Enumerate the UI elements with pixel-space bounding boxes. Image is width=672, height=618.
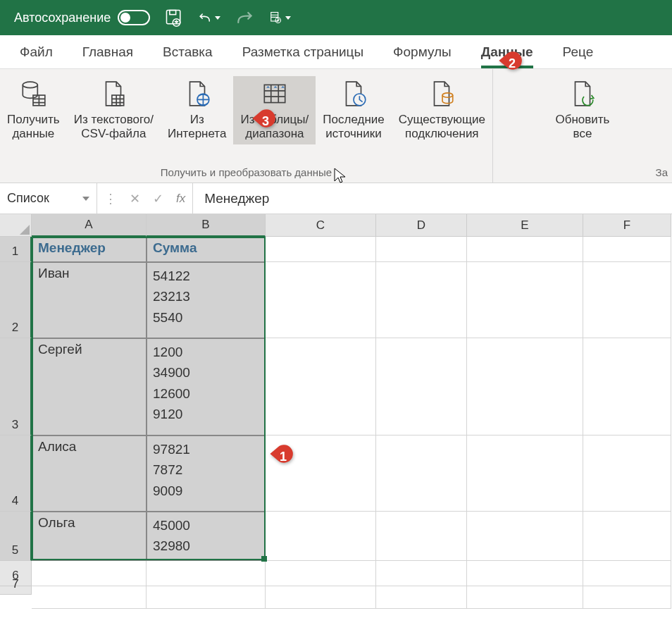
cell[interactable] <box>583 586 671 609</box>
toggle-switch-icon[interactable] <box>118 10 150 25</box>
cell[interactable]: Сергей <box>32 338 147 435</box>
cell[interactable] <box>376 512 467 561</box>
cell[interactable] <box>467 586 583 609</box>
cell[interactable]: Сумма <box>147 237 266 262</box>
tab-insert[interactable]: Вставка <box>150 37 225 68</box>
from-web-label: Из Интернета <box>168 113 226 142</box>
formula-input[interactable]: Менеджер <box>193 191 672 206</box>
enter-icon[interactable] <box>153 191 163 206</box>
svg-point-10 <box>442 93 453 97</box>
group-label-queries: За <box>656 163 672 181</box>
row-header[interactable]: 1 <box>0 237 32 262</box>
tab-review[interactable]: Реце <box>550 37 606 68</box>
cell[interactable] <box>266 512 376 561</box>
cell[interactable] <box>467 237 583 262</box>
cell[interactable] <box>376 237 467 262</box>
cell[interactable] <box>376 338 467 435</box>
cell[interactable] <box>376 586 467 609</box>
svg-rect-2 <box>271 13 278 22</box>
refresh-all-label: Обновить все <box>555 113 609 142</box>
touch-mode-icon[interactable] <box>268 6 291 29</box>
cell[interactable] <box>467 512 583 561</box>
from-text-csv-button[interactable]: Из текстового/ CSV-файла <box>67 76 161 144</box>
cell[interactable]: 54122 23213 5540 <box>147 262 266 338</box>
cell[interactable] <box>147 561 266 586</box>
existing-connections-button[interactable]: Существующие подключения <box>392 76 492 144</box>
grid-row: 7 <box>0 586 672 609</box>
cell[interactable] <box>376 561 467 586</box>
spreadsheet-grid[interactable]: ABCDEF 1МенеджерСумма2Иван54122 23213 55… <box>0 214 672 618</box>
cell[interactable]: 1200 34900 12600 9120 <box>147 338 266 435</box>
cell[interactable] <box>583 338 671 435</box>
ribbon-group-get-transform: Получить данные Из текстового/ CSV-файла… <box>0 69 493 183</box>
cell[interactable] <box>583 512 671 561</box>
cell[interactable] <box>32 561 147 586</box>
cell[interactable] <box>467 262 583 338</box>
name-box[interactable]: Список <box>0 183 97 214</box>
save-icon[interactable] <box>163 6 185 29</box>
cell[interactable] <box>583 435 671 512</box>
cell[interactable] <box>266 237 376 262</box>
redo-icon[interactable] <box>233 6 256 29</box>
cell[interactable] <box>376 262 467 338</box>
cell[interactable] <box>32 586 147 609</box>
cancel-icon[interactable] <box>130 191 140 206</box>
cell[interactable]: Иван <box>32 262 147 338</box>
tab-formulas[interactable]: Формулы <box>380 37 464 68</box>
cell[interactable] <box>266 435 376 512</box>
cell[interactable] <box>467 561 583 586</box>
cell[interactable]: Менеджер <box>32 237 147 262</box>
undo-icon[interactable] <box>198 6 220 29</box>
row-header[interactable]: 7 <box>0 586 32 595</box>
autosave-toggle[interactable]: Автосохранение <box>14 10 150 25</box>
from-text-csv-label: Из текстового/ CSV-файла <box>74 113 154 142</box>
row-header[interactable]: 3 <box>0 338 32 435</box>
cell[interactable] <box>467 435 583 512</box>
column-header[interactable]: B <box>147 214 266 237</box>
get-data-button[interactable]: Получить данные <box>0 76 67 144</box>
cell[interactable] <box>583 561 671 586</box>
refresh-all-button[interactable]: Обновить все <box>548 76 616 144</box>
cell[interactable] <box>266 561 376 586</box>
group-label-get-transform: Получить и преобразовать данные <box>161 163 332 181</box>
cell[interactable] <box>266 262 376 338</box>
row-header[interactable]: 2 <box>0 262 32 338</box>
cell[interactable] <box>266 586 376 609</box>
svg-rect-1 <box>170 11 176 15</box>
recent-sources-button[interactable]: Последние источники <box>316 76 391 144</box>
cell[interactable] <box>583 262 671 338</box>
column-header[interactable]: F <box>583 214 671 237</box>
column-header[interactable]: A <box>32 214 147 237</box>
tab-home[interactable]: Главная <box>70 37 146 68</box>
title-bar: Автосохранение <box>0 0 672 35</box>
cell[interactable]: 45000 32980 <box>147 512 266 561</box>
ribbon-tabs: Файл Главная Вставка Разметка страницы Ф… <box>0 35 672 69</box>
cell[interactable] <box>376 435 467 512</box>
cell[interactable] <box>467 338 583 435</box>
from-table-range-button[interactable]: Из таблицы/ диапазона <box>233 76 316 144</box>
grid-row: 2Иван54122 23213 5540 <box>0 262 672 338</box>
cell[interactable] <box>147 586 266 609</box>
tab-file[interactable]: Файл <box>7 37 66 68</box>
tab-page-layout[interactable]: Разметка страницы <box>230 37 376 68</box>
grid-row: 6 <box>0 561 672 586</box>
grid-row: 4Алиса97821 7872 9009 <box>0 435 672 512</box>
tab-data[interactable]: Данные <box>468 37 546 68</box>
existing-connections-label: Существующие подключения <box>399 113 485 142</box>
cell[interactable] <box>266 338 376 435</box>
column-headers[interactable]: ABCDEF <box>32 214 671 237</box>
column-header[interactable]: D <box>376 214 467 237</box>
cell[interactable]: Алиса <box>32 435 147 512</box>
column-header[interactable]: E <box>467 214 583 237</box>
fx-icon[interactable]: fx <box>176 192 185 206</box>
column-header[interactable]: C <box>266 214 376 237</box>
row-header[interactable]: 4 <box>0 435 32 512</box>
row-header[interactable]: 5 <box>0 512 32 561</box>
cell[interactable]: 97821 7872 9009 <box>147 435 266 512</box>
recent-sources-label: Последние источники <box>323 113 384 142</box>
cell[interactable]: Ольга <box>32 512 147 561</box>
svg-rect-6 <box>112 95 124 106</box>
from-web-button[interactable]: Из Интернета <box>161 76 233 144</box>
cell[interactable] <box>583 237 671 262</box>
select-all-corner[interactable] <box>0 214 32 237</box>
